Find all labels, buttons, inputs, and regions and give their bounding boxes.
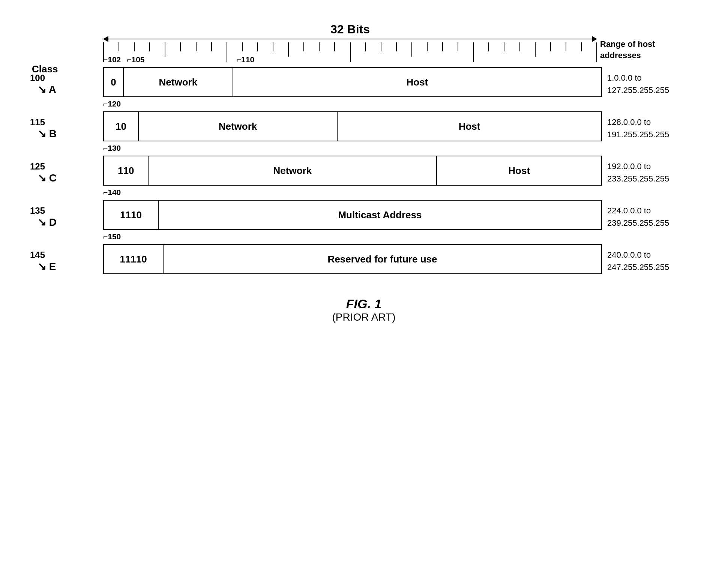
tick-3 xyxy=(150,42,165,57)
row-e-bar-wrapper: ⌐150 11110 Reserved for future use xyxy=(103,244,602,278)
tick-22 xyxy=(443,42,458,51)
tick-17 xyxy=(366,42,381,51)
row-a-ref102: ⌐102 xyxy=(103,55,121,64)
row-b-bar-wrapper: ⌐120 10 Network Host xyxy=(103,111,602,145)
tick-31 xyxy=(582,42,596,57)
row-e-seg-11110: 11110 xyxy=(104,245,164,273)
row-b-left: 115 ↘ B xyxy=(30,117,103,140)
arrow-line-right xyxy=(350,39,597,39)
row-c-letter: ↘ C xyxy=(30,172,57,184)
row-b-seg-network: Network xyxy=(139,112,338,141)
tick-23 xyxy=(458,42,474,62)
tick-5 xyxy=(181,42,196,51)
tick-4 xyxy=(165,42,181,51)
tick-8 xyxy=(227,42,243,51)
tick-29 xyxy=(551,42,566,51)
row-b-seg-10: 10 xyxy=(104,112,139,141)
row-c-seg-network: Network xyxy=(149,156,437,185)
tick-28 xyxy=(536,42,551,51)
row-a-bar-wrapper: ⌐102 ⌐105 ⌐110 0 Network Host xyxy=(103,67,602,101)
row-e-letter: ↘ E xyxy=(30,260,56,273)
tick-24 xyxy=(474,42,489,51)
tick-10 xyxy=(258,42,273,51)
tick-14 xyxy=(320,42,335,51)
tick-12 xyxy=(289,42,304,51)
diagram-container: 32 Bits (function(){ var container = doc… xyxy=(30,22,698,323)
row-e-ref: 145 xyxy=(30,250,45,260)
tick-18 xyxy=(381,42,397,51)
tick-30 xyxy=(566,42,582,51)
arrow-row xyxy=(103,39,597,39)
row-d-ref140: ⌐140 xyxy=(103,188,121,197)
page: 32 Bits (function(){ var container = doc… xyxy=(0,0,728,570)
tick-7 xyxy=(212,42,227,62)
row-e-seg-reserved: Reserved for future use xyxy=(164,245,601,273)
row-b-bar: 10 Network Host xyxy=(103,111,602,141)
tick-0 xyxy=(104,42,119,51)
figure-caption: FIG. 1 (PRIOR ART) xyxy=(30,297,698,323)
tick-21 xyxy=(428,42,443,51)
row-a-ref110: ⌐110 xyxy=(237,55,254,64)
tick-25 xyxy=(489,42,504,51)
row-b: 115 ↘ B ⌐120 10 Network Host 128.0.0.0 t… xyxy=(30,111,698,145)
row-c-seg-110: 110 xyxy=(104,156,149,185)
tick-6 xyxy=(197,42,212,51)
row-b-letter: ↘ B xyxy=(30,128,57,140)
row-a-seg-network: Network xyxy=(124,68,233,96)
row-d-ref: 135 xyxy=(30,206,45,216)
row-e-ref150: ⌐150 xyxy=(103,232,121,241)
figure-subtitle: (PRIOR ART) xyxy=(30,311,698,323)
tick-19 xyxy=(397,42,412,57)
row-b-seg-host: Host xyxy=(338,112,601,141)
arrow-right-head xyxy=(592,36,597,42)
row-c-bar: 110 Network Host xyxy=(103,156,602,186)
row-a-seg-0: 0 xyxy=(104,68,124,96)
row-e-range: 240.0.0.0 to247.255.255.255 xyxy=(602,249,698,273)
tick-11 xyxy=(273,42,289,57)
row-a-letter: ↘ A xyxy=(30,83,56,96)
row-a-range: 1.0.0.0 to127.255.255.255 xyxy=(602,72,698,96)
tick-1 xyxy=(119,42,135,51)
row-c-left: 125 ↘ C xyxy=(30,161,103,184)
row-c-ref: 125 xyxy=(30,161,45,172)
tick-marks-row: (function(){ var container = document.cu… xyxy=(103,42,597,62)
tick-2 xyxy=(135,42,150,51)
row-b-ref120: ⌐120 xyxy=(103,99,121,108)
tick-9 xyxy=(243,42,258,51)
arrow-left-head xyxy=(103,36,108,42)
row-a-ref105: ⌐105 xyxy=(127,55,144,64)
arrow-line-left xyxy=(103,39,350,39)
row-d-seg-1110: 1110 xyxy=(104,201,159,229)
row-d-letter: ↘ D xyxy=(30,216,57,228)
row-d-range: 224.0.0.0 to239.255.255.255 xyxy=(602,204,698,229)
row-b-range: 128.0.0.0 to191.255.255.255 xyxy=(602,116,698,141)
row-d: 135 ↘ D ⌐140 1110 Multicast Address 224.… xyxy=(30,200,698,234)
tick-16 xyxy=(351,42,366,51)
tick-26 xyxy=(504,42,520,51)
row-b-ref: 115 xyxy=(30,117,45,128)
bits-label: 32 Bits xyxy=(103,22,597,36)
row-d-seg-multicast: Multicast Address xyxy=(159,201,601,229)
row-a-bar: 0 Network Host xyxy=(103,67,602,97)
row-d-bar: 1110 Multicast Address xyxy=(103,200,602,230)
row-a-ref: 100 xyxy=(30,73,45,83)
row-d-bar-wrapper: ⌐140 1110 Multicast Address xyxy=(103,200,602,234)
row-c-range: 192.0.0.0 to233.255.255.255 xyxy=(602,160,698,185)
row-c-seg-host: Host xyxy=(437,156,601,185)
row-c-bar-wrapper: ⌐130 110 Network Host xyxy=(103,156,602,189)
row-d-left: 135 ↘ D xyxy=(30,206,103,228)
tick-27 xyxy=(520,42,536,57)
row-e: 145 ↘ E ⌐150 11110 Reserved for future u… xyxy=(30,244,698,278)
tick-20 xyxy=(412,42,428,51)
tick-15 xyxy=(335,42,350,62)
row-a-left: 100 ↘ A xyxy=(30,73,103,96)
range-header-label: Range of hostaddresses xyxy=(600,39,694,61)
figure-title: FIG. 1 xyxy=(30,297,698,311)
row-a: 100 ↘ A ⌐102 ⌐105 ⌐110 0 Network Host 1.… xyxy=(30,67,698,101)
row-a-seg-host: Host xyxy=(233,68,601,96)
bits-header: 32 Bits xyxy=(103,22,597,39)
row-c-ref130: ⌐130 xyxy=(103,144,121,153)
tick-13 xyxy=(304,42,320,51)
tick-container: (function(){ var container = document.cu… xyxy=(103,42,597,62)
row-c: 125 ↘ C ⌐130 110 Network Host 192.0.0.0 … xyxy=(30,156,698,189)
